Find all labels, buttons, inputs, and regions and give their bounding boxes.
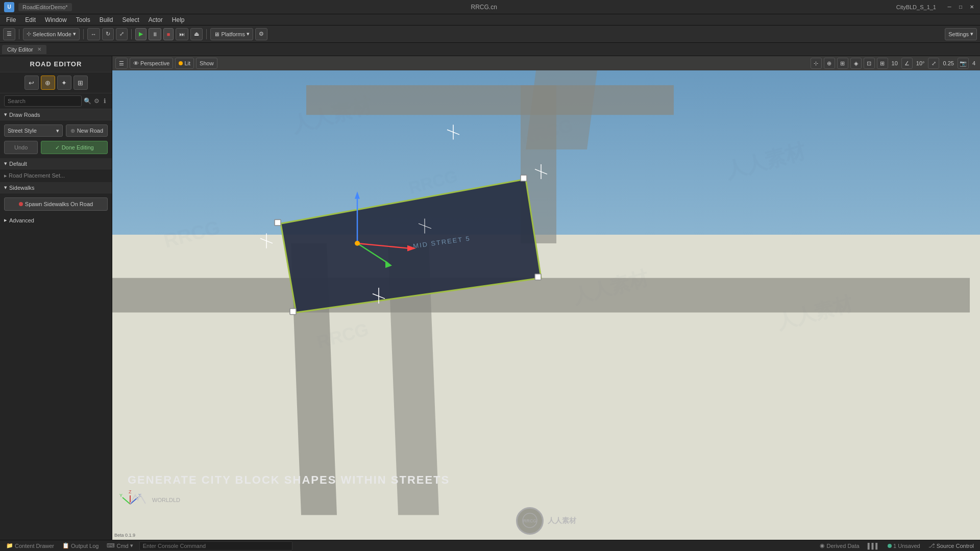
toolbar-right: Settings ▾ [945,28,977,40]
statusbar-right: ◉ Derived Data ▌▌▌ 1 Unsaved ⎇ Source Co… [818,542,976,549]
transform-btn-1[interactable]: ↔ [87,28,100,40]
unsaved-btn[interactable]: 1 Unsaved [886,543,922,549]
svg-marker-2 [526,70,597,149]
selection-mode-label: Selection Mode [33,31,71,37]
new-road-label: New Road [77,128,103,134]
content-drawer-btn[interactable]: 📁 Content Drawer [4,542,56,549]
maximize-button[interactable]: □ [957,3,965,11]
stop-button[interactable]: ■ [163,28,174,40]
sidewalks-label: Sidewalks [9,185,35,191]
minimize-button[interactable]: ─ [945,3,953,11]
activity-bars: ▌▌▌ [868,543,879,549]
lit-btn[interactable]: Lit [175,58,194,69]
chevron-down-icon: ▾ [73,31,76,37]
cmd-chevron: ▾ [130,542,133,549]
project-name: RoadEditorDemo* [22,4,68,10]
rrcg-logo: RRCG 人人素材 [516,507,576,535]
menu-edit[interactable]: Edit [21,15,40,24]
vp-camera-btn[interactable]: 📷 [958,58,969,69]
vp-icon-2[interactable]: ⊕ [824,58,835,69]
tabbar: City Editor ✕ [0,43,980,56]
source-control-btn[interactable]: ⎇ Source Control [926,542,976,549]
unsaved-dot [888,544,892,548]
settings-icon-btn[interactable]: ⚙ [255,28,267,40]
vp-icon-5[interactable]: ⊡ [864,58,875,69]
draw-roads-header[interactable]: ▾ Draw Roads [0,109,112,120]
eject-button[interactable]: ⏏ [190,28,203,40]
vp-icon-1[interactable]: ⊹ [811,58,822,69]
sidewalks-content: Spawn Sidewalks On Road [0,193,112,215]
street-style-label: Street Style [8,128,37,134]
undo-button[interactable]: Undo [4,141,38,154]
done-editing-label: Done Editing [62,144,94,151]
menu-help[interactable]: Help [168,15,189,24]
selection-mode-button[interactable]: ⊹ Selection Mode ▾ [23,28,80,40]
hamburger-button[interactable]: ☰ [3,28,15,40]
show-btn[interactable]: Show [196,58,217,69]
road-scene-svg: MID STREET 5 [112,70,980,540]
pause-button[interactable]: ⏸ [149,28,161,40]
spawn-sidewalks-button[interactable]: Spawn Sidewalks On Road [4,197,108,211]
settings-search-icon[interactable]: ⚙ [93,96,100,106]
city-editor-tab[interactable]: City Editor ✕ [2,45,46,54]
vp-angle-btn[interactable]: ∠ [901,58,913,69]
advanced-row[interactable]: ▸ Advanced [0,215,112,226]
output-log-btn[interactable]: 📋 Output Log [60,542,101,549]
derived-data-btn[interactable]: ◉ Derived Data [818,542,861,549]
done-editing-button[interactable]: ✓ Done Editing [41,141,108,154]
vp-icon-4[interactable]: ◈ [850,58,862,69]
rrcg-circle: RRCG [516,507,544,535]
worldld-mark [128,491,148,509]
vp-grid-btn[interactable]: ⊞ [877,58,888,69]
skip-button[interactable]: ⏭ [176,28,188,40]
menu-tools[interactable]: Tools [72,15,94,24]
search-icon[interactable]: 🔍 [84,96,91,106]
main-content: ROAD EDITOR ↩ ⊕ ✦ ⊞ 🔍 ⚙ ℹ ▾ Draw Roads S… [0,56,980,540]
menu-actor[interactable]: Actor [144,15,167,24]
settings-tool-btn[interactable]: ✦ [57,76,71,90]
default-content: ▸ Road Placement Set... [0,169,112,182]
check-icon: ✓ [55,144,60,151]
window-title: CityBLD_S_1_1 [896,4,936,10]
perspective-btn[interactable]: 👁 Perspective [130,58,173,69]
cmd-btn[interactable]: ⌨ Cmd ▾ [105,542,135,549]
derived-data-icon: ◉ [820,542,825,549]
viewport-menu-btn[interactable]: ☰ [115,58,128,69]
menu-window[interactable]: Window [41,15,71,24]
street-style-dropdown[interactable]: Street Style ▾ [4,124,63,137]
default-header[interactable]: ▾ Default [0,158,112,169]
console-input[interactable] [139,541,292,550]
settings-label: Settings [948,31,969,37]
road-placement-item[interactable]: ▸ Road Placement Set... [4,171,108,180]
undo-tool-btn[interactable]: ↩ [24,76,39,90]
default-chevron: ▾ [4,160,7,167]
new-road-button[interactable]: ⊕ New Road [66,124,108,137]
vp-icon-3[interactable]: ⊞ [837,58,848,69]
transform-btn-2[interactable]: ↻ [102,28,114,40]
menu-file[interactable]: File [2,15,20,24]
sidewalks-header[interactable]: ▾ Sidewalks [0,182,112,193]
transform-btn-3[interactable]: ⤢ [116,28,128,40]
svg-rect-8 [275,219,281,226]
search-input[interactable] [4,95,82,107]
extra-tool-btn[interactable]: ⊞ [74,76,88,90]
info-icon[interactable]: ℹ [102,96,108,106]
draw-roads-chevron: ▾ [4,111,7,118]
activity-indicator[interactable]: ▌▌▌ [866,543,881,549]
tab-close-icon[interactable]: ✕ [37,46,41,52]
platforms-button[interactable]: 🖥 Platforms ▾ [210,28,253,40]
close-button[interactable]: ✕ [968,3,976,11]
viewport[interactable]: ☰ 👁 Perspective Lit Show ⊹ ⊕ ⊞ ◈ ⊡ ⊞ 10 [112,56,980,540]
app-title: RRCG.cn [471,4,497,11]
play-button[interactable]: ▶ [135,28,146,40]
svg-rect-11 [290,309,296,315]
menu-build[interactable]: Build [95,15,117,24]
road-tool-btn[interactable]: ⊕ [41,76,55,90]
source-control-icon: ⎇ [928,542,935,549]
derived-data-label: Derived Data [826,543,859,549]
settings-button[interactable]: Settings ▾ [945,28,977,40]
vp-scale-btn[interactable]: ⤢ [928,58,939,69]
project-tab[interactable]: RoadEditorDemo* [18,3,72,11]
menu-select[interactable]: Select [118,15,143,24]
default-label: Default [9,161,27,167]
